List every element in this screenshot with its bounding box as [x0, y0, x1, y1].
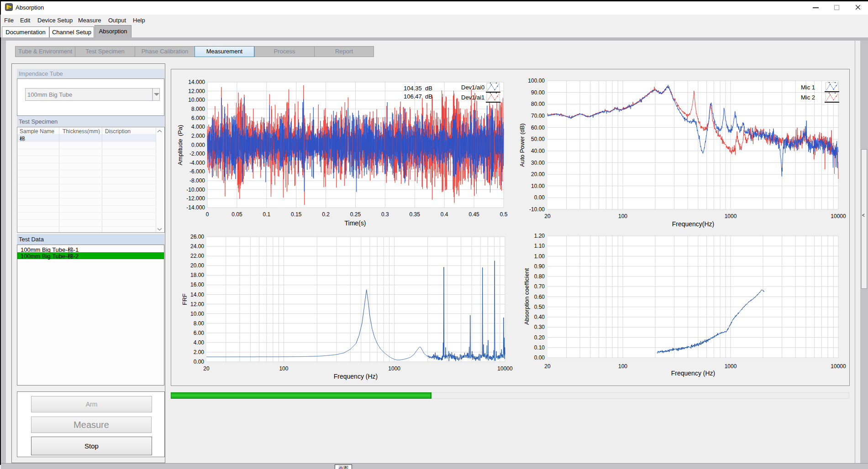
- svg-text:10.00: 10.00: [531, 183, 545, 189]
- svg-text:1000: 1000: [725, 363, 737, 370]
- svg-text:Frequency(Hz): Frequency(Hz): [672, 220, 715, 228]
- svg-text:-6.000: -6.000: [189, 168, 205, 175]
- svg-text:90.00: 90.00: [531, 89, 545, 96]
- svg-text:100: 100: [279, 365, 288, 372]
- svg-text:0.10: 0.10: [534, 344, 545, 351]
- svg-text:20.00: 20.00: [190, 262, 204, 269]
- svg-text:20.00: 20.00: [531, 171, 545, 177]
- svg-text:30.00: 30.00: [531, 160, 545, 166]
- svg-text:12.000: 12.000: [188, 88, 205, 94]
- svg-text:2.000: 2.000: [191, 133, 205, 139]
- svg-text:Auto Power (dB): Auto Power (dB): [519, 123, 526, 167]
- svg-text:-14.000: -14.000: [186, 204, 205, 211]
- svg-text:1000: 1000: [388, 365, 400, 372]
- svg-text:0.35: 0.35: [410, 211, 421, 218]
- svg-text:FRF: FRF: [181, 293, 188, 305]
- svg-text:26.00: 26.00: [190, 234, 204, 240]
- svg-text:104.35 dB: 104.35 dB: [404, 85, 432, 92]
- svg-text:16.00: 16.00: [190, 281, 204, 288]
- svg-text:0.80: 0.80: [534, 273, 545, 280]
- svg-text:0.25: 0.25: [350, 211, 361, 218]
- svg-text:-12.000: -12.000: [186, 195, 205, 202]
- svg-text:Mic 1: Mic 1: [801, 84, 815, 91]
- svg-text:0.05: 0.05: [231, 211, 242, 218]
- svg-text:0.45: 0.45: [468, 211, 479, 218]
- svg-text:6.00: 6.00: [194, 330, 205, 336]
- svg-text:1.10: 1.10: [534, 243, 545, 249]
- svg-text:24.00: 24.00: [190, 243, 204, 250]
- svg-text:6.000: 6.000: [191, 115, 205, 121]
- svg-text:0.50: 0.50: [534, 304, 545, 310]
- svg-text:Frequency (Hz): Frequency (Hz): [671, 370, 715, 377]
- svg-text:100: 100: [618, 213, 627, 219]
- svg-text:60.00: 60.00: [531, 125, 545, 131]
- svg-text:0.000: 0.000: [191, 142, 205, 148]
- svg-text:10000: 10000: [831, 363, 846, 370]
- svg-text:100: 100: [618, 363, 627, 370]
- svg-text:0.4: 0.4: [441, 211, 448, 218]
- svg-text:0.5: 0.5: [500, 211, 508, 218]
- svg-text:Absorption coefficient: Absorption coefficient: [523, 268, 530, 325]
- svg-text:4.000: 4.000: [191, 124, 205, 130]
- svg-text:10000: 10000: [497, 365, 513, 372]
- svg-text:10.000: 10.000: [188, 97, 205, 103]
- svg-text:1.20: 1.20: [534, 233, 545, 239]
- svg-text:70.00: 70.00: [531, 113, 545, 119]
- svg-text:2.00: 2.00: [194, 349, 205, 355]
- svg-text:100.00: 100.00: [528, 78, 545, 84]
- svg-text:22.00: 22.00: [190, 253, 204, 259]
- svg-text:50.00: 50.00: [531, 136, 545, 142]
- svg-text:4.00: 4.00: [194, 339, 205, 346]
- svg-text:20: 20: [544, 213, 551, 219]
- svg-text:0.15: 0.15: [291, 211, 302, 218]
- svg-text:1000: 1000: [725, 213, 737, 219]
- svg-text:Dev1/ai0: Dev1/ai0: [461, 84, 484, 91]
- svg-text:40.00: 40.00: [531, 148, 545, 154]
- svg-text:0.30: 0.30: [534, 324, 545, 330]
- svg-text:0.70: 0.70: [534, 283, 545, 290]
- svg-text:20: 20: [203, 365, 210, 372]
- svg-text:80.00: 80.00: [531, 101, 545, 107]
- svg-text:14.00: 14.00: [190, 292, 204, 298]
- svg-text:14.000: 14.000: [188, 79, 205, 85]
- svg-text:0.60: 0.60: [534, 294, 545, 300]
- svg-text:8.00: 8.00: [194, 320, 205, 327]
- svg-text:0.00: 0.00: [534, 194, 545, 201]
- svg-text:0.20: 0.20: [534, 334, 545, 341]
- svg-text:0.00: 0.00: [534, 354, 545, 361]
- svg-text:Frequency (Hz): Frequency (Hz): [334, 373, 378, 380]
- svg-text:8.000: 8.000: [191, 106, 205, 112]
- svg-text:18.00: 18.00: [190, 272, 204, 278]
- svg-text:10000: 10000: [831, 213, 846, 219]
- svg-text:106.47 dB: 106.47 dB: [404, 93, 432, 100]
- svg-text:-4.000: -4.000: [189, 160, 205, 166]
- svg-text:0.2: 0.2: [322, 211, 330, 218]
- svg-text:0.90: 0.90: [534, 263, 545, 270]
- svg-text:1.00: 1.00: [534, 253, 545, 260]
- svg-text:-2.000: -2.000: [189, 151, 205, 157]
- svg-text:0: 0: [206, 211, 209, 218]
- svg-text:12.00: 12.00: [190, 301, 204, 307]
- svg-text:0.3: 0.3: [381, 211, 389, 218]
- svg-text:-10.00: -10.00: [529, 206, 545, 213]
- svg-text:0.1: 0.1: [263, 211, 270, 218]
- svg-text:-8.000: -8.000: [189, 177, 205, 184]
- svg-text:0.40: 0.40: [534, 314, 545, 320]
- svg-text:Mic 2: Mic 2: [801, 94, 815, 101]
- svg-text:20: 20: [544, 363, 551, 370]
- svg-text:Dev1/ai1: Dev1/ai1: [461, 94, 484, 101]
- svg-text:-10.000: -10.000: [186, 187, 205, 193]
- svg-text:10.00: 10.00: [190, 311, 204, 317]
- svg-text:Amplitude (Pa): Amplitude (Pa): [177, 125, 184, 166]
- svg-text:0.00: 0.00: [194, 359, 205, 365]
- svg-text:Time(s): Time(s): [345, 219, 366, 227]
